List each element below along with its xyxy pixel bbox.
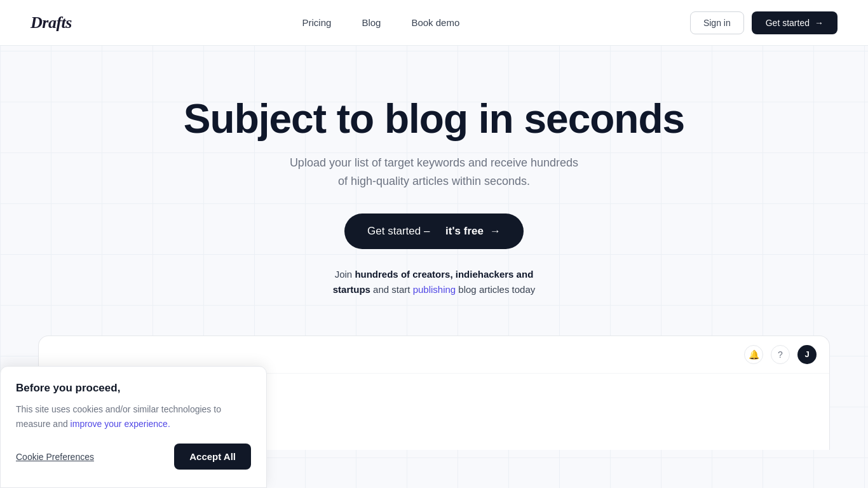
hero-section: Subject to blog in seconds Upload your l… [0,46,868,323]
hero-subtitle-line1: Upload your list of target keywords and … [290,156,578,169]
hero-subtitle-line2: of high-quality articles within seconds. [338,175,530,187]
cta-arrow: → [490,225,501,238]
getstarted-nav-arrow: → [815,18,824,28]
bell-icon: 🔔 [744,345,763,364]
cta-label: Get started – [367,225,430,238]
brand-logo[interactable]: Drafts [31,13,72,32]
accept-all-button[interactable]: Accept All [174,444,251,470]
hero-subtitle: Upload your list of target keywords and … [31,154,837,191]
cta-button[interactable]: Get started – it's free → [344,214,524,249]
nav-actions: Sign in Get started → [690,11,837,34]
cookie-title: Before you proceed, [16,382,251,395]
social-proof-link[interactable]: publishing [413,284,456,295]
social-proof-line2: startups and start publishing blog artic… [333,284,536,295]
getstarted-nav-button[interactable]: Get started → [752,11,837,34]
social-proof-line1: Join hundreds of creators, indiehackers … [335,269,534,280]
nav-links: Pricing Blog Book demo [302,17,460,28]
nav-link-pricing[interactable]: Pricing [302,17,332,28]
social-proof-bold2: startups [333,284,370,295]
user-avatar: J [797,345,817,364]
social-proof-bold1: hundreds of creators, indiehackers and [355,269,533,280]
social-proof: Join hundreds of creators, indiehackers … [31,267,837,297]
hero-title: Subject to blog in seconds [31,97,837,141]
help-icon: ? [771,345,790,364]
cookie-banner: Before you proceed, This site uses cooki… [0,366,267,488]
cookie-body: This site uses cookies and/or similar te… [16,402,251,431]
cookie-preferences-button[interactable]: Cookie Preferences [16,452,94,462]
cookie-actions: Cookie Preferences Accept All [16,444,251,470]
cookie-body-link[interactable]: improve your experience. [71,419,170,429]
nav-link-blog[interactable]: Blog [362,17,381,28]
cta-bold: it's free [445,225,484,238]
navbar: Drafts Pricing Blog Book demo Sign in Ge… [0,0,868,46]
signin-button[interactable]: Sign in [690,11,744,34]
getstarted-nav-label: Get started [766,18,810,28]
nav-link-book-demo[interactable]: Book demo [411,17,459,28]
